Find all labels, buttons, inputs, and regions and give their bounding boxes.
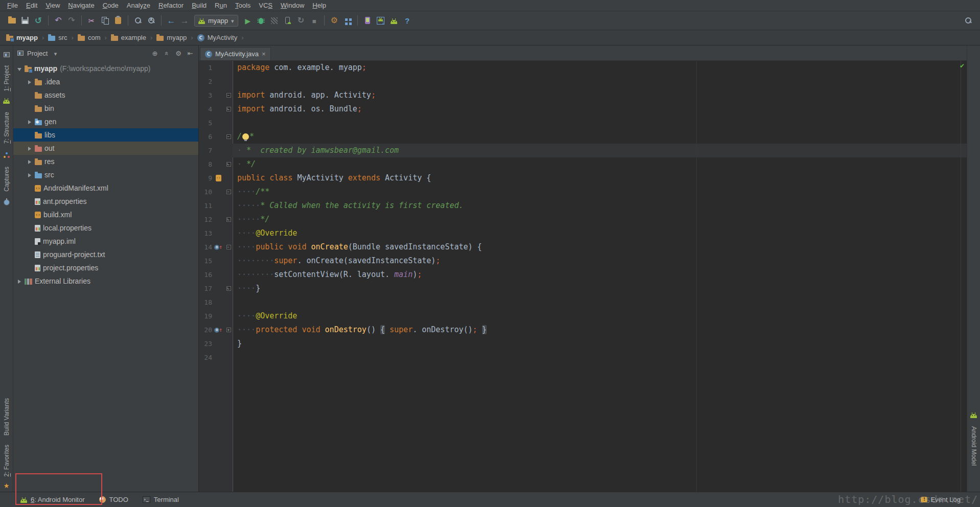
manifest-file-icon[interactable] [216,175,221,181]
copy-button[interactable] [98,14,111,27]
menu-item-run[interactable]: Run [211,1,231,10]
tree-item-external-libraries[interactable]: External Libraries [13,274,198,288]
redo-button[interactable] [65,14,78,27]
code-line-13[interactable]: 13····@Override [199,226,967,240]
rerun-button[interactable] [294,14,308,27]
find-button[interactable] [131,14,145,27]
code-line-8[interactable]: 8∟· */ [199,157,967,171]
code-line-2[interactable]: 2 [199,75,967,88]
captures-icon[interactable] [4,199,10,205]
inspection-ok-icon[interactable] [960,63,966,69]
sdk-manager-button[interactable] [374,14,388,27]
tool-button-captures[interactable]: Captures [3,162,10,196]
tab-myactivity-java[interactable]: MyActivity.java [200,47,271,60]
menu-item-analyze[interactable]: Analyze [123,1,154,10]
menu-item-code[interactable]: Code [99,1,123,10]
tool-button-build-variants[interactable]: Build Variants [3,394,10,440]
structure-nodes-icon[interactable] [4,152,10,158]
close-icon[interactable] [262,51,266,57]
menu-item-edit[interactable]: Edit [22,1,41,10]
run-button[interactable] [241,14,255,27]
breadcrumb-myactivity[interactable]: MyActivity [196,33,239,42]
tool-button-7-structure[interactable]: 7: Structure [3,107,10,148]
code-line-24[interactable]: 24 [199,351,967,364]
breadcrumb-com[interactable]: com [77,33,102,42]
tool-button-terminal[interactable]: Terminal [143,496,179,503]
collapse-all-button[interactable] [164,49,170,57]
tree-item-ant-properties[interactable]: ant.properties [13,195,198,208]
tool-button-2-favorites[interactable]: 2: Favorites [3,440,10,481]
code-line-3[interactable]: 3−import android. app. Activity; [199,88,967,102]
tool-project-icon[interactable] [4,52,10,57]
code-line-19[interactable]: 19····@Override [199,309,967,323]
tree-item-out[interactable]: out [13,142,198,155]
tree-item-bin[interactable]: bin [13,102,198,115]
tree-item-local-properties[interactable]: local.properties [13,221,198,235]
android-icon[interactable] [3,100,10,104]
attach-debugger-button[interactable] [281,14,294,27]
search-everywhere-button[interactable] [962,14,975,27]
settings-button[interactable] [328,14,341,27]
menu-item-help[interactable]: Help [308,1,330,10]
menu-item-window[interactable]: Window [277,1,308,10]
fold-plus-icon[interactable]: + [226,328,231,332]
code-line-1[interactable]: 1package com. example. myapp; [199,61,967,75]
code-line-23[interactable]: 23} [199,337,967,351]
forward-button[interactable] [178,14,191,27]
tree-item-res[interactable]: res [13,155,198,168]
code-line-4[interactable]: 4∟import android. os. Bundle; [199,102,967,116]
menu-item-build[interactable]: Build [188,1,211,10]
tree-item-project-properties[interactable]: project.properties [13,261,198,274]
fold-start-icon[interactable]: − [226,245,231,249]
tree-item-src[interactable]: src [13,168,198,181]
fold-end-icon[interactable]: ∟ [226,217,231,222]
fold-end-icon[interactable]: ∟ [226,107,231,111]
menu-item-refactor[interactable]: Refactor [154,1,188,10]
favorites-star-icon[interactable] [4,481,10,490]
overriding-method-icon[interactable]: o↑ [214,240,222,254]
stop-button[interactable] [308,14,321,27]
cut-button[interactable] [85,14,98,27]
back-button[interactable] [165,14,178,27]
undo-button[interactable] [52,14,65,27]
code-line-15[interactable]: 15········super. onCreate(savedInstanceS… [199,254,967,268]
tree-item-assets[interactable]: assets [13,88,198,102]
tree-item-androidmanifest-xml[interactable]: AndroidManifest.xml [13,181,198,195]
code-line-12[interactable]: 12∟·····*/ [199,213,967,226]
run-with-coverage-button[interactable] [268,14,281,27]
code-line-20[interactable]: 20o↑+····protected void onDestroy() { su… [199,323,967,337]
replace-button[interactable]: A [145,14,158,27]
save-all-button[interactable] [18,14,32,27]
avd-manager-button[interactable] [361,14,374,27]
tree-item-myapp[interactable]: myapp (F:\workspace\demo\myapp) [13,62,198,75]
project-structure-button[interactable] [341,14,354,27]
tree-item-gen[interactable]: gen [13,115,198,128]
code-line-14[interactable]: 14o↑−····public void onCreate(Bundle sav… [199,240,967,254]
code-line-17[interactable]: 17∟····} [199,282,967,295]
android-button[interactable] [388,14,401,27]
code-line-6[interactable]: 6−/* [199,130,967,144]
help-button[interactable] [401,14,414,27]
code-line-9[interactable]: 9public class MyActivity extends Activit… [199,171,967,185]
hide-panel-button[interactable] [186,50,194,57]
fold-start-icon[interactable]: − [226,134,231,139]
code-line-16[interactable]: 16········setContentView(R. layout. main… [199,268,967,282]
synchronize-button[interactable] [32,14,45,27]
tool-button-6-android-monitor[interactable]: 6: Android Monitor [20,496,85,503]
code-line-7[interactable]: 7· * created by iamwsbear@gmail.com [199,144,967,157]
tool-button-android-model[interactable]: Android Model [970,422,977,470]
chevron-down-icon[interactable] [51,50,59,57]
breadcrumb-example[interactable]: example [110,33,147,42]
code-line-18[interactable]: 18 [199,295,967,309]
paste-button[interactable] [111,14,125,27]
run-configuration-select[interactable]: myapp [194,15,238,27]
locate-file-button[interactable] [151,50,159,57]
fold-start-icon[interactable]: − [226,190,231,194]
intention-bulb-icon[interactable] [242,133,249,140]
menu-item-navigate[interactable]: Navigate [64,1,98,10]
overriding-method-icon[interactable]: o↑ [214,323,222,337]
breadcrumb-src[interactable]: src [47,33,68,42]
open-file-button[interactable] [5,14,18,27]
fold-start-icon[interactable]: − [226,93,231,98]
debug-button[interactable] [255,14,268,27]
